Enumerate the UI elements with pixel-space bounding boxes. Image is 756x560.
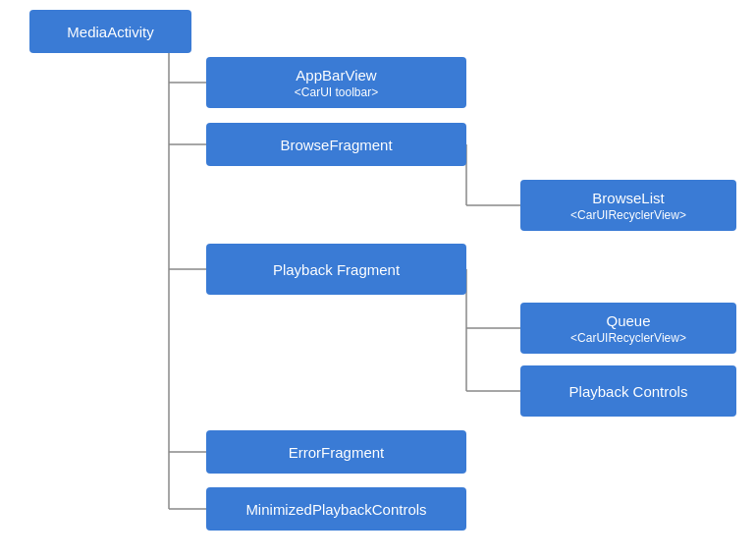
queue-node: Queue <CarUIRecyclerView> bbox=[520, 303, 736, 354]
app-bar-view-subtitle: <CarUI toolbar> bbox=[295, 85, 378, 99]
browse-list-label: BrowseList bbox=[592, 190, 664, 206]
browse-fragment-label: BrowseFragment bbox=[280, 137, 392, 153]
diagram-container: MediaActivity AppBarView <CarUI toolbar>… bbox=[0, 0, 756, 560]
browse-list-subtitle: <CarUIRecyclerView> bbox=[570, 208, 686, 222]
playback-fragment-label: Playback Fragment bbox=[273, 261, 400, 278]
error-fragment-node: ErrorFragment bbox=[206, 430, 466, 474]
browse-list-node: BrowseList <CarUIRecyclerView> bbox=[520, 180, 736, 231]
minimized-playback-controls-node: MinimizedPlaybackControls bbox=[206, 487, 466, 531]
queue-subtitle: <CarUIRecyclerView> bbox=[570, 331, 686, 345]
queue-label: Queue bbox=[606, 312, 650, 329]
minimized-playback-controls-label: MinimizedPlaybackControls bbox=[245, 501, 426, 518]
media-activity-label: MediaActivity bbox=[67, 24, 153, 40]
media-activity-node: MediaActivity bbox=[29, 10, 191, 53]
playback-fragment-node: Playback Fragment bbox=[206, 244, 466, 295]
app-bar-view-label: AppBarView bbox=[296, 67, 376, 84]
error-fragment-label: ErrorFragment bbox=[289, 444, 385, 461]
playback-controls-node: Playback Controls bbox=[520, 365, 736, 417]
browse-fragment-node: BrowseFragment bbox=[206, 123, 466, 166]
playback-controls-label: Playback Controls bbox=[569, 383, 688, 400]
app-bar-view-node: AppBarView <CarUI toolbar> bbox=[206, 57, 466, 108]
